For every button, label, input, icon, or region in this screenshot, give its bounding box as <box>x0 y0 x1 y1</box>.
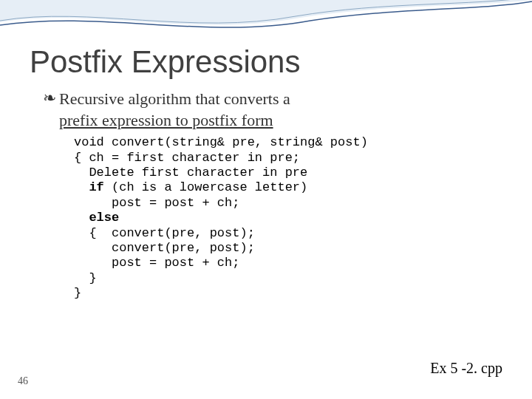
code-l11: } <box>74 286 81 300</box>
code-l2: { ch = first character in pre; <box>74 151 300 165</box>
bullet-line-1: Recursive algorithm that converts a <box>59 89 290 108</box>
slide-title: Postfix Expressions <box>30 44 502 80</box>
code-l9: post = post + ch; <box>74 256 239 270</box>
bullet-line-2: prefix expression to postfix form <box>59 111 273 129</box>
page-number: 46 <box>18 375 28 387</box>
code-l8: convert(pre, post); <box>74 241 255 255</box>
bullet-sub: prefix expression to postfix form <box>59 110 502 132</box>
bullet-icon: ❧ <box>43 88 56 109</box>
code-l7: { convert(pre, post); <box>74 226 255 240</box>
code-l4b: (ch is a lowercase letter) <box>104 180 307 194</box>
code-l10: } <box>74 271 97 285</box>
footer-reference: Ex 5 -2. cpp <box>430 360 502 377</box>
code-kw-else: else <box>89 211 119 225</box>
code-l4a <box>74 180 89 194</box>
code-block: void convert(string& pre, string& post) … <box>74 135 502 301</box>
code-l5: post = post + ch; <box>74 196 239 210</box>
code-l6a <box>74 211 89 225</box>
bullet-main: ❧Recursive algorithm that converts a <box>43 89 502 110</box>
code-l1: void convert(string& pre, string& post) <box>74 135 368 149</box>
code-kw-if: if <box>89 180 103 194</box>
code-l3: Delete first character in pre <box>74 166 307 180</box>
